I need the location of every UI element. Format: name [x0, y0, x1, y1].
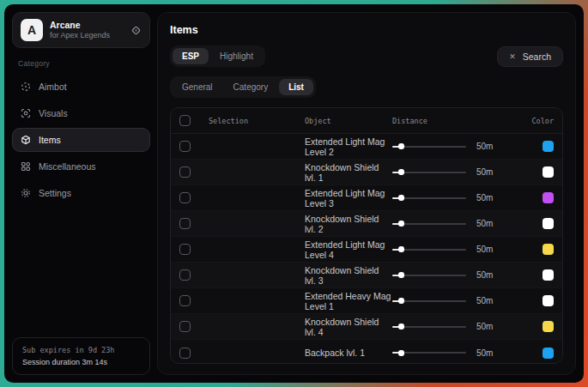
distance-cell: 50m	[392, 348, 521, 358]
sidebar-item-settings[interactable]: Settings	[12, 181, 150, 205]
gem-icon[interactable]	[130, 25, 142, 36]
slider-thumb[interactable]	[398, 272, 404, 278]
color-swatch[interactable]	[543, 295, 554, 306]
distance-cell: 50m	[392, 167, 521, 177]
app-name: Arcane	[50, 20, 110, 31]
main-card: Items ESP Highlight ✕ Search General Cat…	[157, 12, 576, 375]
slider-thumb[interactable]	[398, 298, 404, 304]
color-swatch[interactable]	[543, 166, 554, 178]
row-checkbox[interactable]	[179, 348, 191, 359]
distance-value: 50m	[476, 348, 493, 358]
column-header-object: Object	[305, 117, 392, 125]
row-checkbox[interactable]	[179, 166, 191, 178]
row-checkbox[interactable]	[179, 192, 191, 203]
slider-thumb[interactable]	[398, 246, 404, 252]
distance-slider[interactable]	[392, 221, 466, 227]
tab-list[interactable]: List	[279, 79, 313, 95]
column-header-color: Color	[531, 117, 554, 125]
distance-slider[interactable]	[392, 143, 466, 150]
object-name: Knockdown Shield lvl. 3	[305, 265, 392, 286]
package-icon	[21, 135, 31, 145]
object-name: Extended Light Mag Level 4	[305, 239, 392, 260]
distance-value: 50m	[476, 167, 493, 177]
distance-cell: 50m	[392, 219, 521, 228]
table-row: Knockdown Shield lvl. 4 50m	[171, 314, 562, 340]
close-icon: ✕	[509, 52, 516, 61]
color-swatch[interactable]	[543, 348, 554, 359]
row-checkbox[interactable]	[179, 321, 191, 332]
distance-value: 50m	[476, 322, 493, 331]
distance-slider[interactable]	[392, 169, 466, 176]
column-header-distance: Distance	[392, 117, 521, 125]
tab-esp[interactable]: ESP	[173, 48, 209, 64]
object-name: Extended Light Mag Level 3	[305, 188, 392, 209]
distance-cell: 50m	[392, 270, 521, 280]
row-checkbox[interactable]	[179, 269, 191, 281]
table-row: Knockdown Shield lvl. 3 50m	[171, 263, 562, 288]
color-swatch[interactable]	[543, 269, 554, 281]
distance-slider[interactable]	[392, 195, 466, 202]
slider-thumb[interactable]	[398, 221, 404, 227]
distance-slider[interactable]	[392, 298, 466, 305]
table-row: Knockdown Shield lvl. 2 50m	[171, 211, 562, 237]
distance-slider[interactable]	[392, 272, 466, 279]
slider-thumb[interactable]	[398, 324, 404, 330]
color-swatch[interactable]	[543, 321, 554, 332]
sidebar-item-aimbot[interactable]: Aimbot	[12, 75, 150, 99]
grid-icon	[21, 161, 31, 172]
column-header-selection: Selection	[209, 117, 305, 125]
distance-slider[interactable]	[392, 246, 466, 253]
color-swatch[interactable]	[543, 218, 554, 229]
row-checkbox[interactable]	[179, 218, 191, 229]
distance-cell: 50m	[392, 296, 521, 305]
mode-tab-group: ESP Highlight	[170, 45, 265, 67]
distance-slider[interactable]	[392, 349, 466, 356]
sidebar-item-visuals[interactable]: Visuals	[12, 101, 150, 125]
distance-slider[interactable]	[392, 324, 466, 330]
search-button[interactable]: ✕ Search	[497, 46, 563, 67]
table-row: Knockdown Shield lvl. 1 50m	[171, 160, 562, 185]
color-swatch[interactable]	[543, 244, 554, 255]
color-swatch[interactable]	[543, 192, 554, 203]
select-all-checkbox[interactable]	[179, 115, 191, 126]
sidebar-item-label: Miscellaneous	[39, 161, 96, 172]
slider-thumb[interactable]	[398, 169, 404, 175]
distance-value: 50m	[476, 193, 493, 203]
tab-highlight[interactable]: Highlight	[210, 48, 263, 64]
slider-thumb[interactable]	[398, 195, 404, 201]
sub-expiry-text: Sub expires in 9d 23h	[22, 346, 140, 354]
slider-thumb[interactable]	[398, 143, 404, 149]
tab-category[interactable]: Category	[224, 79, 278, 95]
app-logo: A	[21, 19, 43, 41]
table-row: Extended Light Mag Level 2 50m	[171, 134, 562, 160]
sidebar-item-items[interactable]: Items	[12, 128, 150, 152]
color-swatch[interactable]	[543, 141, 554, 152]
sidebar: A Arcane for Apex Legends Category Aimbo	[4, 4, 157, 383]
category-label: Category	[18, 59, 150, 68]
sidebar-item-miscellaneous[interactable]: Miscellaneous	[12, 154, 150, 178]
tab-general[interactable]: General	[173, 79, 222, 95]
row-checkbox[interactable]	[179, 141, 191, 152]
app-window: A Arcane for Apex Legends Category Aimbo	[4, 4, 584, 383]
distance-cell: 50m	[392, 142, 521, 151]
scan-icon	[21, 108, 31, 118]
distance-cell: 50m	[392, 245, 521, 254]
search-button-label: Search	[523, 51, 551, 62]
row-checkbox[interactable]	[179, 244, 191, 255]
sidebar-item-label: Aimbot	[39, 82, 67, 92]
object-name: Extended Heavy Mag Level 1	[305, 291, 392, 311]
object-name: Knockdown Shield lvl. 4	[305, 317, 392, 337]
main-panel: Items ESP Highlight ✕ Search General Cat…	[157, 4, 584, 383]
sidebar-item-label: Visuals	[39, 108, 68, 118]
crosshair-icon	[21, 82, 31, 92]
session-info-box: Sub expires in 9d 23h Session duration 3…	[12, 337, 150, 375]
distance-cell: 50m	[392, 193, 521, 203]
row-checkbox[interactable]	[179, 295, 191, 306]
gear-icon	[21, 188, 31, 198]
app-logo-card: A Arcane for Apex Legends	[12, 12, 150, 48]
distance-cell: 50m	[392, 322, 521, 331]
slider-thumb[interactable]	[398, 350, 404, 356]
distance-value: 50m	[476, 142, 493, 151]
app-subtitle: for Apex Legends	[50, 31, 110, 40]
table-row: Extended Light Mag Level 4 50m	[171, 237, 562, 263]
